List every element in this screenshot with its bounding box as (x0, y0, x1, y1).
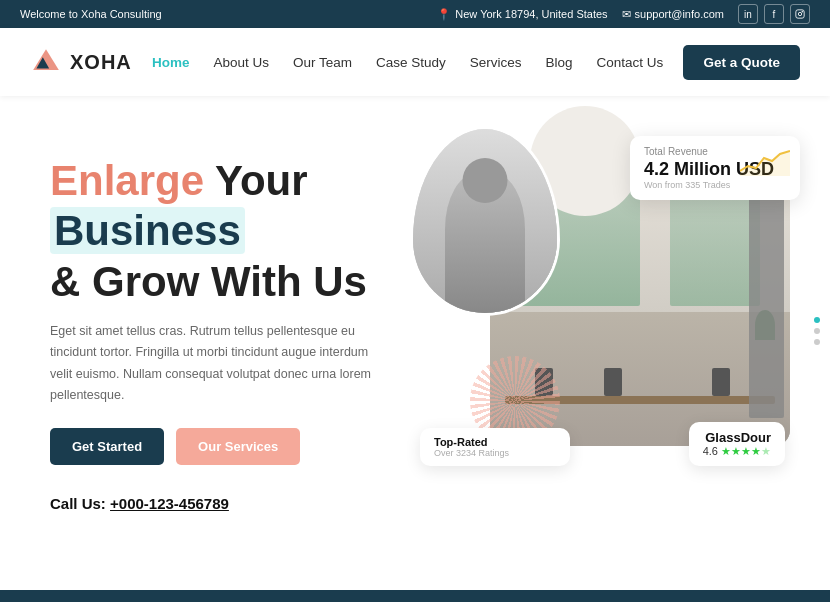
revenue-sparkline (740, 146, 790, 176)
phone-link[interactable]: +000-123-456789 (110, 495, 229, 512)
glassdour-score: 4.6 ★★★★★ (703, 445, 771, 458)
nav-services[interactable]: Services (470, 55, 522, 70)
topbar-email: ✉ support@info.com (622, 8, 724, 21)
revenue-card: Total Revenue 4.2 Million USD Won from 3… (630, 136, 800, 200)
hero-content: Enlarge Your Business & Grow With Us Ege… (50, 126, 410, 512)
nav-case-study[interactable]: Case Study (376, 55, 446, 70)
social-links: in f (738, 4, 810, 24)
scroll-dot-1[interactable] (814, 317, 820, 323)
rating-card: Top-Rated Over 3234 Ratings (420, 428, 570, 466)
topbar: Welcome to Xoha Consulting 📍 New York 18… (0, 0, 830, 28)
topbar-right: 📍 New York 18794, United States ✉ suppor… (437, 4, 810, 24)
hero-images: Total Revenue 4.2 Million USD Won from 3… (410, 126, 790, 546)
facebook-icon[interactable]: f (764, 4, 784, 24)
glassdour-card: GlassDour 4.6 ★★★★★ (689, 422, 785, 466)
scroll-dots (814, 317, 820, 345)
scroll-dot-2[interactable] (814, 328, 820, 334)
glassdour-stars: ★★★★★ (721, 445, 771, 457)
linkedin-icon[interactable]: in (738, 4, 758, 24)
nav-blog[interactable]: Blog (546, 55, 573, 70)
topbar-location: 📍 New York 18794, United States (437, 8, 607, 21)
nav-home[interactable]: Home (152, 55, 190, 70)
logo-text: XOHA (70, 51, 132, 74)
bottom-bar (0, 590, 830, 602)
topbar-welcome: Welcome to Xoha Consulting (20, 8, 162, 20)
svg-rect-0 (796, 10, 804, 18)
rating-sub: Over 3234 Ratings (434, 448, 556, 458)
top-rated-label: Top-Rated (434, 436, 556, 448)
nav-team[interactable]: Our Team (293, 55, 352, 70)
hero-description: Eget sit amet tellus cras. Rutrum tellus… (50, 321, 380, 406)
hero-call: Call Us: +000-123-456789 (50, 495, 410, 512)
location-icon: 📍 (437, 8, 451, 21)
svg-point-2 (802, 11, 803, 12)
our-services-button[interactable]: Our Services (176, 428, 300, 465)
hero-title-business: Business (50, 207, 245, 254)
nav-about[interactable]: About Us (213, 55, 269, 70)
hero-buttons: Get Started Our Services (50, 428, 410, 465)
scroll-dot-3[interactable] (814, 339, 820, 345)
person-image (410, 126, 560, 316)
hero-title: Enlarge Your Business & Grow With Us (50, 156, 410, 307)
hero-title-grow: & Grow With Us (50, 257, 410, 307)
nav-links: Home About Us Our Team Case Study Servic… (152, 55, 663, 70)
logo[interactable]: XOHA (30, 46, 132, 78)
get-started-button[interactable]: Get Started (50, 428, 164, 465)
get-quote-button[interactable]: Get a Quote (683, 45, 800, 80)
navbar: XOHA Home About Us Our Team Case Study S… (0, 28, 830, 96)
hero-title-enlarge: Enlarge (50, 157, 204, 204)
instagram-icon[interactable] (790, 4, 810, 24)
logo-icon (30, 46, 62, 78)
glassdour-name: GlassDour (703, 430, 771, 445)
hero-section: Enlarge Your Business & Grow With Us Ege… (0, 96, 830, 566)
email-icon: ✉ (622, 8, 631, 21)
nav-contact[interactable]: Contact Us (597, 55, 664, 70)
svg-point-1 (798, 12, 801, 15)
revenue-sub: Won from 335 Trades (644, 180, 786, 190)
